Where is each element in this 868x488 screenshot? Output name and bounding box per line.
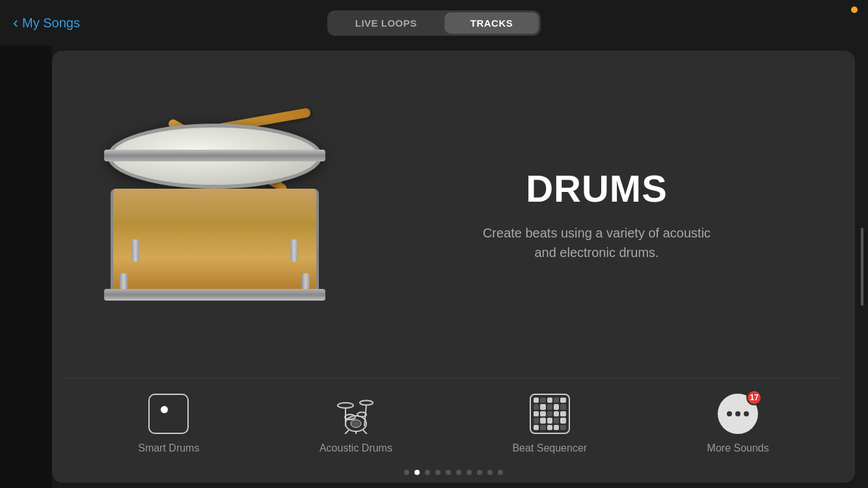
more-dot-2	[735, 411, 740, 416]
more-dot-3	[744, 411, 749, 416]
acoustic-drums-icon	[336, 394, 376, 434]
tab-live-loops[interactable]: LIVE LOOPS	[329, 12, 443, 34]
page-dot-9[interactable]	[498, 470, 503, 475]
lug-mid-left	[120, 273, 128, 289]
tab-group: LIVE LOOPS TRACKS	[327, 10, 541, 36]
svg-point-0	[338, 403, 353, 408]
page-dot-8[interactable]	[487, 470, 493, 475]
left-strip	[0, 46, 52, 488]
chevron-left-icon: ‹	[13, 14, 18, 32]
page-dot-0[interactable]	[404, 470, 409, 475]
page-dot-7[interactable]	[477, 470, 482, 475]
acoustic-drums-label: Acoustic Drums	[319, 442, 392, 454]
page-dot-3[interactable]	[435, 470, 441, 475]
beat-sequencer-item[interactable]: Beat Sequencer	[512, 392, 587, 454]
svg-point-1	[360, 401, 373, 405]
hero-subtitle: Create beats using a variety of acoustic…	[480, 223, 714, 262]
beat-sequencer-icon	[530, 394, 570, 434]
beat-sequencer-label: Beat Sequencer	[512, 442, 587, 454]
smart-drums-icon-wrap	[146, 392, 191, 436]
page-dot-4[interactable]	[446, 470, 451, 475]
more-sounds-label: More Sounds	[707, 442, 769, 454]
scrollbar-thumb	[861, 228, 863, 306]
main-content: DRUMS Create beats using a variety of ac…	[52, 46, 855, 488]
svg-line-8	[345, 430, 349, 434]
acoustic-drums-icon-wrap	[334, 392, 378, 436]
page-dot-2[interactable]	[425, 470, 430, 475]
hero-title: DRUMS	[526, 167, 668, 210]
tab-tracks[interactable]: TRACKS	[444, 12, 539, 34]
svg-point-4	[351, 420, 361, 427]
pagination-dots	[52, 470, 855, 483]
more-sounds-badge: 17	[746, 390, 762, 405]
top-bar: ‹ My Songs LIVE LOOPS TRACKS	[0, 0, 868, 46]
acoustic-drums-item[interactable]: Acoustic Drums	[319, 392, 392, 454]
page-dot-6[interactable]	[467, 470, 472, 475]
hero-section: DRUMS Create beats using a variety of ac…	[52, 51, 855, 378]
lug-bot-left	[131, 246, 139, 262]
more-dot-1	[727, 411, 732, 416]
back-label: My Songs	[22, 16, 80, 31]
drum-body	[111, 189, 319, 293]
hero-text: DRUMS Create beats using a variety of ac…	[377, 167, 816, 262]
more-sounds-icon: 17	[718, 394, 758, 434]
smart-drums-label: Smart Drums	[138, 442, 199, 454]
status-dot	[851, 7, 858, 13]
beat-sequencer-icon-wrap	[528, 392, 572, 436]
drum-rim-top	[104, 150, 325, 161]
back-button[interactable]: ‹ My Songs	[13, 14, 80, 32]
page-dot-1[interactable]	[414, 470, 420, 475]
lug-mid-right	[302, 273, 310, 289]
more-sounds-icon-wrap: 17	[716, 392, 760, 436]
drum-image	[91, 111, 338, 319]
smart-drums-icon	[148, 394, 189, 434]
instrument-options: Smart Drums	[52, 379, 855, 470]
page-dot-5[interactable]	[456, 470, 461, 475]
svg-line-9	[363, 430, 367, 434]
drum-rim-bottom	[104, 289, 325, 301]
lug-bot-right	[290, 246, 298, 262]
scrollbar[interactable]	[856, 46, 868, 488]
smart-drums-item[interactable]: Smart Drums	[138, 392, 199, 454]
more-sounds-item[interactable]: 17 More Sounds	[707, 392, 769, 454]
instrument-card: DRUMS Create beats using a variety of ac…	[52, 51, 855, 483]
